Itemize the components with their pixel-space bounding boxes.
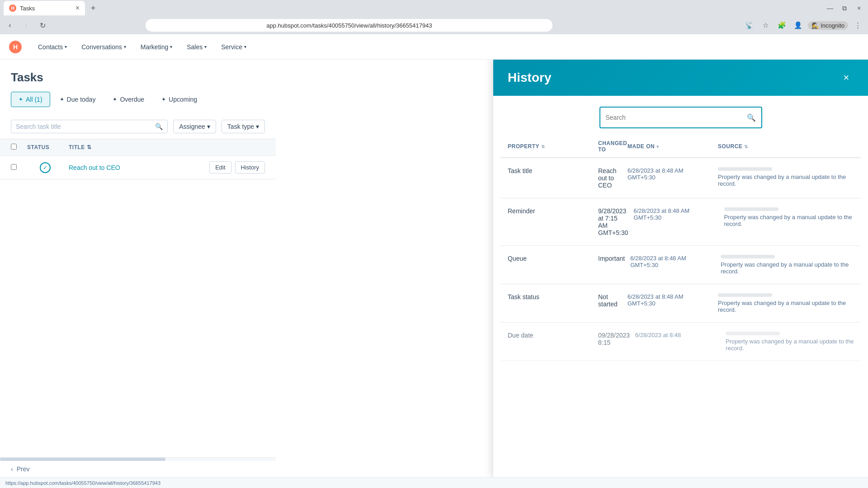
tab-due-label: Due today [67,96,96,103]
tab-upcoming-label: Upcoming [169,96,197,103]
table-row: ✓ Reach out to CEO Edit History [0,156,276,179]
nav-service-label: Service [221,43,242,51]
task-type-filter-button[interactable]: Task type ▾ [222,120,265,133]
tab-all[interactable]: ✦ All (1) [11,92,50,107]
prev-label[interactable]: Prev [17,465,30,473]
task-status-cell: ✓ [27,162,63,173]
service-chevron-icon: ▾ [244,44,246,49]
hubspot-logo[interactable]: H [7,39,24,55]
tab-overdue-label: Overdue [120,96,144,103]
history-row: Due date 09/28/2023 8:15 6/28/2023 at 8:… [500,323,861,361]
source-bar [724,207,778,211]
row-checkbox[interactable] [11,164,22,171]
restore-button[interactable]: ⧉ [839,3,850,14]
changed-to-header-label: CHANGED TO [598,140,627,153]
source-header-label: SOURCE [718,143,742,150]
property-sort-icon[interactable]: ⇅ [541,144,545,149]
history-made-on-cell: 6/28/2023 at 8:48 AM GMT+5:30 [630,255,721,268]
assignee-filter-button[interactable]: Assignee ▾ [173,120,216,133]
history-close-button[interactable]: × [839,70,854,85]
history-header: History × [493,60,868,96]
sales-chevron-icon: ▾ [204,44,207,49]
status-url: https://app.hubspot.com/tasks/40055750/v… [5,480,160,486]
tab-close-button[interactable]: × [75,5,80,12]
back-button[interactable]: ‹ [4,19,16,32]
row-select-checkbox[interactable] [11,164,17,170]
nav-item-contacts[interactable]: Contacts ▾ [31,34,74,60]
scroll-thumb[interactable] [0,458,165,461]
nav-item-sales[interactable]: Sales ▾ [179,34,214,60]
history-table: PROPERTY ⇅ CHANGED TO MADE ON ▾ SOURCE [493,136,868,477]
browser-tab-active[interactable]: H Tasks × [4,1,85,15]
tasks-panel: Tasks ✦ All (1) ✦ Due today ✦ Overdue [0,60,276,477]
nav-item-conversations[interactable]: Conversations ▾ [74,34,133,60]
tab-overdue[interactable]: ✦ Overdue [105,92,152,107]
history-panel: History × 🔍 PROPERTY ⇅ [493,60,868,477]
prev-page-button[interactable]: ‹ [11,465,13,473]
conversations-chevron-icon: ▾ [124,44,126,49]
tab-upcoming[interactable]: ✦ Upcoming [154,92,205,107]
new-tab-button[interactable]: + [87,2,99,14]
tab-favicon: H [9,5,16,12]
extensions-button[interactable]: 🧩 [775,19,788,32]
horizontal-scrollbar[interactable] [0,457,276,461]
changed-to-column-header: CHANGED TO [598,140,627,153]
history-made-on-cell: 6/28/2023 at 8:48 AM GMT+5:30 [634,207,724,221]
header-checkbox[interactable] [11,144,22,151]
property-header-label: PROPERTY [508,143,539,150]
history-changed-to-cell: Not started [598,293,627,308]
history-changed-to-cell: 09/28/2023 8:15 [598,332,635,346]
nav-item-service[interactable]: Service ▾ [214,34,254,60]
source-column-header: SOURCE ⇅ [718,140,854,153]
tab-upcoming-icon: ✦ [161,96,166,103]
refresh-button[interactable]: ↻ [36,19,49,32]
history-search-button[interactable]: 🔍 [741,108,761,127]
status-complete-icon: ✓ [40,162,51,173]
title-sort-icon[interactable]: ⇅ [87,144,92,150]
tab-due-icon: ✦ [60,96,64,103]
task-type-chevron-icon: ▾ [256,123,259,130]
history-property-cell: Task title [508,167,598,174]
task-title-link[interactable]: Reach out to CEO [69,164,204,171]
bookmark-button[interactable]: ☆ [759,19,772,32]
tab-bar: H Tasks × + — ⧉ × [0,0,868,16]
profile-button[interactable]: 👤 [792,19,804,32]
history-property-cell: Reminder [508,207,598,215]
tab-due-today[interactable]: ✦ Due today [52,92,104,107]
search-input[interactable] [16,123,151,130]
title-column-header: TITLE ⇅ [69,144,265,150]
menu-button[interactable]: ⋮ [852,19,864,32]
address-bar[interactable]: app.hubspot.com/tasks/40055750/view/all/… [146,19,552,32]
history-row: Reminder 9/28/2023 at 7:15 AM GMT+5:30 6… [500,198,861,246]
history-source-text: Property was changed by a manual update … [718,174,846,187]
history-search-box[interactable]: 🔍 [599,107,762,128]
source-bar [726,332,780,335]
task-search-box[interactable]: 🔍 [11,120,168,133]
history-row: Queue Important 6/28/2023 at 8:48 AM GMT… [500,246,861,284]
app-content: H Contacts ▾ Conversations ▾ Marketing ▾… [0,34,868,488]
tasks-tabs: ✦ All (1) ✦ Due today ✦ Overdue ✦ [11,92,265,107]
hubspot-nav: H Contacts ▾ Conversations ▾ Marketing ▾… [0,34,868,60]
select-all-checkbox[interactable] [11,144,17,150]
tasks-table-body: ✓ Reach out to CEO Edit History [0,156,276,457]
tasks-table-header: STATUS TITLE ⇅ [0,139,276,156]
source-bar [718,167,772,171]
assignee-chevron-icon: ▾ [207,123,210,130]
close-window-button[interactable]: × [854,3,864,14]
source-sort-icon[interactable]: ⇅ [744,144,748,149]
history-row: Task title Reach out to CEO 6/28/2023 at… [500,158,861,198]
nav-conversations-label: Conversations [81,43,122,51]
tasks-page-title: Tasks [11,70,265,84]
nav-item-marketing[interactable]: Marketing ▾ [133,34,179,60]
made-on-header-label: MADE ON [627,143,655,150]
tasks-header: Tasks ✦ All (1) ✦ Due today ✦ Overdue [0,60,276,114]
browser-actions: 📡 ☆ 🧩 👤 🕵Incognito ⋮ [743,19,864,32]
history-property-cell: Due date [508,332,598,339]
cast-button[interactable]: 📡 [743,19,755,32]
history-search-input[interactable] [600,109,741,126]
forward-button[interactable]: › [20,19,33,32]
minimize-button[interactable]: — [825,3,835,14]
made-on-sort-icon[interactable]: ▾ [656,144,659,149]
history-button[interactable]: History [235,161,265,174]
edit-button[interactable]: Edit [209,161,231,174]
